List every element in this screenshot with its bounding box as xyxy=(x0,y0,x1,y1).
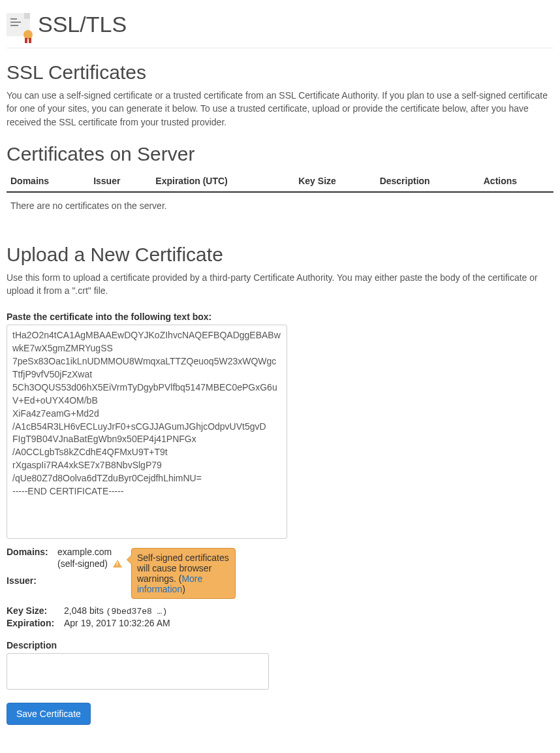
col-domains[interactable]: Domains xyxy=(7,170,89,192)
col-keysize[interactable]: Key Size xyxy=(294,170,375,192)
page-title: SSL/TLS xyxy=(38,12,127,37)
self-signed-warning-tooltip: Self-signed certificates will cause brow… xyxy=(131,548,236,599)
col-issuer[interactable]: Issuer xyxy=(89,170,151,192)
key-size-hash: (9bed37e8 …) xyxy=(106,607,168,617)
col-description[interactable]: Description xyxy=(376,170,480,192)
description-textarea[interactable] xyxy=(7,653,269,690)
self-signed-label: (self-signed) xyxy=(57,558,108,569)
key-size-value: 2,048 bits xyxy=(64,605,106,616)
parsed-certificate-info: Domains: example.com (self-signed) Issue… xyxy=(7,545,553,628)
upload-new-certificate-heading: Upload a New Certificate xyxy=(7,244,553,266)
domains-value: example.com xyxy=(57,547,112,557)
warning-icon xyxy=(113,560,122,568)
description-label: Description xyxy=(7,640,553,650)
domains-label: Domains: xyxy=(7,547,57,557)
ssl-certificates-heading: SSL Certificates xyxy=(7,61,553,84)
empty-row-message: There are no certificates on the server. xyxy=(7,192,553,219)
col-actions[interactable]: Actions xyxy=(480,170,553,192)
expiration-value: Apr 19, 2017 10:32:26 AM xyxy=(64,618,170,628)
col-expiration[interactable]: Expiration (UTC) xyxy=(151,170,294,192)
certificates-on-server-heading: Certificates on Server xyxy=(7,143,553,165)
certificate-textarea[interactable] xyxy=(7,325,287,539)
paste-certificate-label: Paste the certificate into the following… xyxy=(7,312,553,322)
page-header: SSL/TLS xyxy=(7,7,553,48)
ssl-certificates-description: You can use a self-signed certificate or… xyxy=(7,89,553,129)
save-certificate-button[interactable]: Save Certificate xyxy=(7,703,91,725)
upload-certificate-description: Use this form to upload a certificate pr… xyxy=(7,271,553,298)
key-size-label: Key Size: xyxy=(7,605,64,616)
ssl-certificate-icon xyxy=(7,13,30,37)
issuer-label: Issuer: xyxy=(7,575,57,586)
expiration-label: Expiration: xyxy=(7,618,64,628)
certificates-table: Domains Issuer Expiration (UTC) Key Size… xyxy=(7,170,553,219)
